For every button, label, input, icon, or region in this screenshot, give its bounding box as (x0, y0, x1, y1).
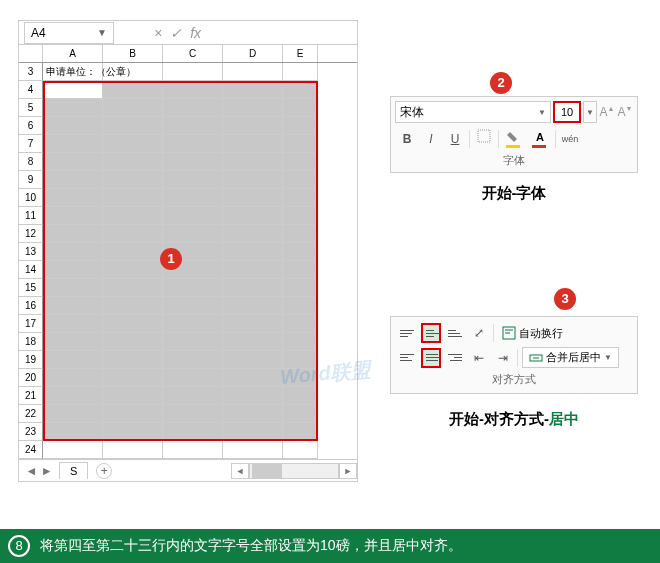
cell[interactable] (103, 225, 163, 243)
cell[interactable] (163, 423, 223, 441)
cell[interactable] (163, 441, 223, 459)
cell[interactable] (43, 369, 103, 387)
cell[interactable] (163, 315, 223, 333)
cell[interactable] (163, 153, 223, 171)
row-header[interactable]: 17 (19, 315, 43, 333)
row-header[interactable]: 3 (19, 63, 43, 81)
cell[interactable] (283, 99, 318, 117)
cell[interactable] (283, 423, 318, 441)
cell[interactable] (163, 63, 223, 81)
row-header[interactable]: 18 (19, 333, 43, 351)
row-header[interactable]: 14 (19, 261, 43, 279)
cell[interactable] (103, 387, 163, 405)
cell[interactable] (103, 261, 163, 279)
cell[interactable] (103, 351, 163, 369)
cell[interactable] (283, 405, 318, 423)
cell[interactable] (43, 405, 103, 423)
tab-nav-icons[interactable]: ◄ ► (19, 464, 59, 478)
font-size-dropdown[interactable]: ▼ (583, 101, 597, 123)
cell[interactable] (43, 279, 103, 297)
cell[interactable] (103, 153, 163, 171)
row-header[interactable]: 24 (19, 441, 43, 459)
cell[interactable] (283, 243, 318, 261)
cell[interactable] (103, 405, 163, 423)
cell[interactable] (103, 207, 163, 225)
cell[interactable] (163, 99, 223, 117)
align-middle-button[interactable] (421, 323, 441, 343)
cell[interactable] (223, 207, 283, 225)
merge-center-button[interactable]: 合并后居中 ▼ (522, 347, 619, 368)
cell[interactable] (163, 81, 223, 99)
cell[interactable] (283, 441, 318, 459)
row-header[interactable]: 7 (19, 135, 43, 153)
cell[interactable] (43, 351, 103, 369)
scroll-right-icon[interactable]: ► (339, 463, 357, 479)
cell-grid[interactable]: 3申请单位：（公章）456789101112131415161718192021… (19, 63, 357, 459)
cell[interactable] (163, 369, 223, 387)
cell[interactable] (223, 387, 283, 405)
cell[interactable] (223, 63, 283, 81)
increase-font-icon[interactable]: A▲ (599, 105, 615, 119)
cell[interactable] (103, 99, 163, 117)
cell[interactable] (43, 225, 103, 243)
cell[interactable] (223, 315, 283, 333)
sheet-tab[interactable]: S (59, 462, 88, 479)
cell[interactable] (223, 423, 283, 441)
cell[interactable] (283, 261, 318, 279)
cell[interactable] (283, 225, 318, 243)
cell[interactable] (223, 189, 283, 207)
cell[interactable] (223, 369, 283, 387)
row-header[interactable]: 22 (19, 405, 43, 423)
add-sheet-button[interactable]: + (96, 463, 112, 479)
phonetic-button[interactable]: wén (560, 129, 580, 149)
col-header-b[interactable]: B (103, 45, 163, 62)
chevron-down-icon[interactable]: ▼ (97, 27, 107, 38)
cell[interactable] (223, 153, 283, 171)
col-header-e[interactable]: E (283, 45, 318, 62)
cell[interactable] (283, 279, 318, 297)
cell[interactable] (283, 135, 318, 153)
cell[interactable] (43, 333, 103, 351)
cell[interactable] (43, 153, 103, 171)
cell[interactable] (283, 171, 318, 189)
cell[interactable] (103, 279, 163, 297)
cell[interactable] (43, 207, 103, 225)
cell[interactable] (223, 81, 283, 99)
border-button[interactable] (474, 129, 494, 149)
orientation-button[interactable]: ⤢ (469, 323, 489, 343)
cell[interactable] (103, 333, 163, 351)
cell[interactable] (43, 297, 103, 315)
cell[interactable] (43, 117, 103, 135)
row-header[interactable]: 23 (19, 423, 43, 441)
row-header[interactable]: 4 (19, 81, 43, 99)
cell[interactable] (223, 135, 283, 153)
cell[interactable] (43, 441, 103, 459)
cell[interactable] (283, 63, 318, 81)
cell[interactable] (43, 243, 103, 261)
cell[interactable] (103, 189, 163, 207)
cell[interactable] (223, 405, 283, 423)
cell[interactable] (283, 117, 318, 135)
cell[interactable] (223, 117, 283, 135)
cell[interactable] (43, 135, 103, 153)
scroll-left-icon[interactable]: ◄ (231, 463, 249, 479)
decrease-indent-button[interactable]: ⇤ (469, 348, 489, 368)
scroll-track[interactable] (249, 463, 339, 479)
bold-button[interactable]: B (397, 129, 417, 149)
font-family-select[interactable]: 宋体 ▼ (395, 101, 551, 123)
cell[interactable] (223, 333, 283, 351)
cell[interactable] (283, 81, 318, 99)
cell[interactable] (223, 279, 283, 297)
scroll-thumb[interactable] (252, 464, 282, 478)
cancel-icon[interactable]: × (154, 25, 162, 41)
cell[interactable] (163, 207, 223, 225)
cell[interactable] (43, 189, 103, 207)
cell[interactable] (163, 189, 223, 207)
align-center-button[interactable] (421, 348, 441, 368)
row-header[interactable]: 21 (19, 387, 43, 405)
cell[interactable] (163, 387, 223, 405)
cell[interactable] (223, 261, 283, 279)
cell[interactable] (223, 297, 283, 315)
col-header-a[interactable]: A (43, 45, 103, 62)
cell[interactable] (103, 423, 163, 441)
